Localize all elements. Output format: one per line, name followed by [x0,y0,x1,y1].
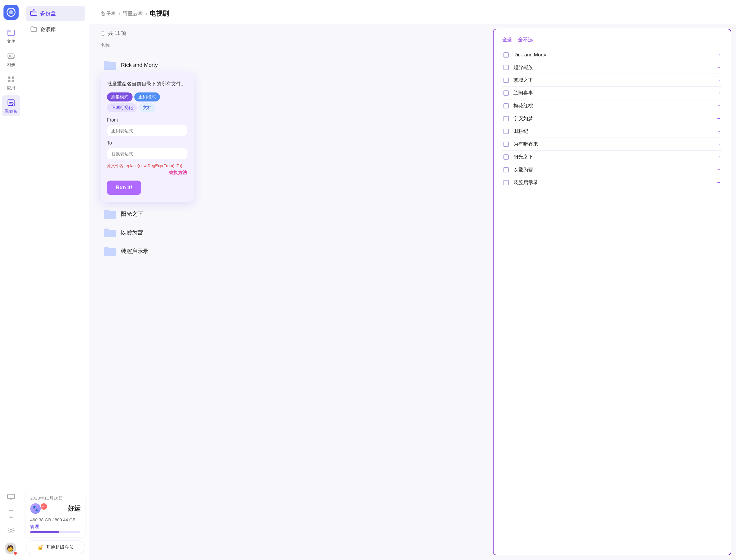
manage-link[interactable]: 管理 [30,524,81,529]
selection-checkbox[interactable] [503,180,509,185]
lucky-text: 好运 [68,504,81,513]
mode-tab-doc[interactable]: 文档 [139,103,156,112]
file-icon [6,28,16,38]
sort-label[interactable]: 名称 [101,42,110,49]
settings-icon [6,526,16,536]
nav-item-rename[interactable]: 重命名 [2,95,20,116]
selection-arrow-icon[interactable]: → [716,179,721,186]
folder-icon [104,209,116,219]
selection-checkbox[interactable] [503,129,509,134]
mode-tab-drama[interactable]: 剧集模式 [107,92,133,101]
resources-icon [30,26,37,34]
selection-item[interactable]: 阳光之下 → [502,151,722,163]
upgrade-button[interactable]: 👑 开通超级会员 [26,541,85,554]
selection-checkbox[interactable] [503,52,509,58]
backup-icon [30,9,37,17]
folder-icon [104,60,116,70]
nav-item-settings[interactable] [2,523,20,538]
folder-item[interactable]: 装腔启示录 [101,242,481,261]
selection-name: 超异能族 [513,64,711,71]
selection-arrow-icon[interactable]: → [716,64,721,70]
selection-item[interactable]: 梅花红桃 → [502,99,722,112]
svg-point-15 [10,529,12,532]
svg-rect-3 [8,30,11,32]
selection-arrow-icon[interactable]: → [716,103,721,109]
selection-checkbox[interactable] [503,154,509,160]
nav-item-file[interactable]: 文件 [2,26,20,47]
selection-checkbox[interactable] [503,142,509,147]
breadcrumb-sep-1: › [119,11,120,16]
selection-item[interactable]: 以爱为营 → [502,163,722,176]
selection-item[interactable]: 装腔启示录 → [502,176,722,189]
rename-panel: 批量重命名当前目录下的所有文件。 剧集模式 正则模式 正则可视化 文档 From… [101,73,194,202]
folder-item[interactable]: Rick and Morty [101,56,481,74]
svg-rect-9 [12,80,14,82]
selection-item[interactable]: 宁安如梦 → [502,112,722,125]
sidebar-item-resources[interactable]: 资源库 [26,22,85,37]
sort-row: 名称 ↑ [101,42,481,51]
breadcrumb-sep-2: › [146,11,147,16]
selection-name: 梅花红桃 [513,102,711,109]
to-input[interactable] [107,148,187,159]
storage-date: 2023年11月16日 [30,495,81,501]
from-input[interactable] [107,125,187,136]
avatar[interactable]: 🧑 [5,543,17,555]
sort-icon[interactable]: ↑ [112,43,114,48]
selection-checkbox[interactable] [503,78,509,83]
selection-arrow-icon[interactable]: → [716,154,721,160]
breadcrumb-current: 电视剧 [150,9,169,18]
selection-arrow-icon[interactable]: → [716,167,721,173]
nav-item-photo[interactable]: 相册 [2,49,20,70]
selection-name: 装腔启示录 [513,179,711,186]
selection-item[interactable]: Rick and Morty → [502,49,722,61]
folder-item[interactable]: 以爱为营 [101,223,481,242]
sidebar-item-backup[interactable]: 备份盘 [26,6,85,21]
selection-checkbox[interactable] [503,167,509,172]
breadcrumb-root[interactable]: 备份盘 [101,10,116,17]
folder-name: 装腔启示录 [121,247,149,255]
nav-item-apps[interactable]: 应用 [2,72,20,93]
breadcrumb: 备份盘 › 阿里云盘 › 电视剧 [101,9,724,18]
selection-arrow-icon[interactable]: → [716,141,721,147]
file-panel: 共 11 项 名称 ↑ Rick and Morty [89,24,493,560]
selection-checkbox[interactable] [503,116,509,121]
selection-item[interactable]: 兰闺喜事 → [502,87,722,99]
selection-item[interactable]: 田耕纪 → [502,125,722,138]
select-none-button[interactable]: 全不选 [518,36,533,43]
apps-icon [6,74,16,84]
mode-tab-regex[interactable]: 正则模式 [134,92,160,101]
breadcrumb-parent[interactable]: 阿里云盘 [122,10,143,17]
selection-arrow-icon[interactable]: → [716,128,721,134]
selection-item[interactable]: 繁城之下 → [502,74,722,87]
nav-label-file: 文件 [7,39,15,44]
selection-arrow-icon[interactable]: → [716,52,721,58]
run-button[interactable]: Run It! [107,181,141,195]
selection-checkbox[interactable] [503,65,509,70]
svg-rect-7 [12,76,14,79]
mode-tabs: 剧集模式 正则模式 正则可视化 文档 [107,92,187,112]
nav-item-mobile[interactable] [2,507,20,521]
nav-label-photo: 相册 [7,62,15,67]
selection-list: Rick and Morty → 超异能族 → 繁城之下 → 兰闺喜事 → 梅花… [502,49,722,189]
storage-bar-fill [30,531,59,533]
selection-item[interactable]: 为有暗香来 → [502,138,722,151]
app-logo[interactable] [3,5,19,20]
nav-label-apps: 应用 [7,85,15,91]
right-panel: 全选 全不选 Rick and Morty → 超异能族 → 繁城之下 → 兰闺… [493,29,731,555]
selection-arrow-icon[interactable]: → [716,77,721,83]
nav-item-desktop[interactable] [2,490,20,504]
select-all-button[interactable]: 全选 [502,36,512,43]
selection-checkbox[interactable] [503,103,509,108]
selection-name: 阳光之下 [513,154,711,160]
folder-item[interactable]: 阳光之下 [101,205,481,223]
selection-arrow-icon[interactable]: → [716,115,721,122]
selection-item[interactable]: 超异能族 → [502,61,722,74]
selection-checkbox[interactable] [503,90,509,96]
selection-arrow-icon[interactable]: → [716,90,721,96]
select-radio[interactable] [101,31,105,36]
nav-bottom: 🧑 [2,490,20,555]
mode-tab-regex-visual[interactable]: 正则可视化 [107,103,137,112]
svg-rect-12 [8,494,15,499]
icon-sidebar: 文件 相册 应用 [0,0,22,560]
replace-formula: 原文件名.replace(new RegExp(From), To) [107,163,187,169]
